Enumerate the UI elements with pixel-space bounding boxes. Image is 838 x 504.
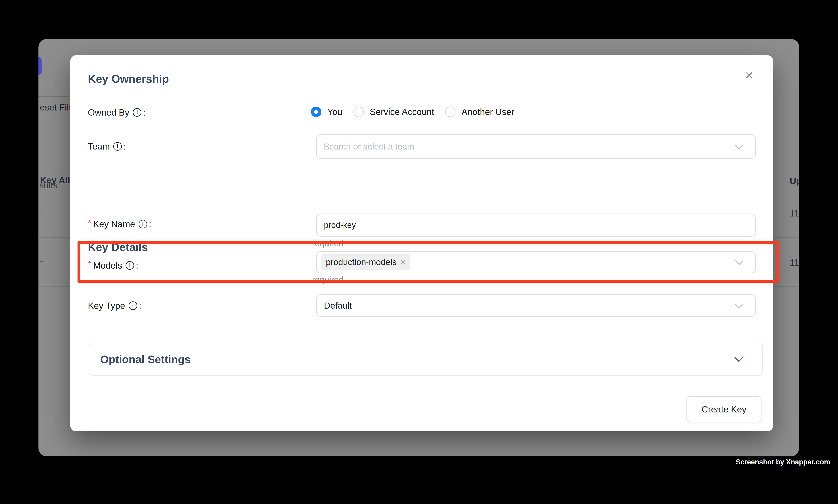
key-type-label-text: Key Type [88,301,125,311]
team-label: Team i : [88,141,126,152]
key-name-label-text: Key Name [93,219,135,229]
background-primary-button-fragment[interactable] [38,57,41,75]
optional-settings-panel[interactable]: Optional Settings [89,343,763,376]
label-colon: : [149,219,151,229]
radio-another-user[interactable] [445,107,456,117]
table-row-updated: 11/ [790,257,799,268]
key-name-input[interactable]: prod-key [316,214,755,237]
team-select[interactable]: Search or select a team [316,134,755,159]
table-row-key-alias: - [40,208,43,219]
close-icon[interactable]: ✕ [741,67,758,84]
radio-service-account-label[interactable]: Service Account [370,107,434,117]
chevron-down-icon [735,300,743,308]
red-annotation-box [77,241,779,283]
create-key-button[interactable]: Create Key [687,396,762,422]
watermark-text: Screenshot by Xnapper.com [736,458,830,466]
owned-by-radio-group: You Service Account Another User [311,106,525,118]
info-icon[interactable]: i [113,142,122,151]
section-title-key-ownership: Key Ownership [88,72,169,85]
radio-you-label[interactable]: You [327,107,342,117]
label-colon: : [143,107,145,118]
reset-filters-label: eset Filt [40,102,71,113]
chevron-down-icon [735,141,743,149]
label-colon: : [139,301,141,311]
required-asterisk: * [88,218,91,228]
column-header-key-alias: Key Alia [40,175,75,185]
table-row-updated: 11/ [790,208,799,219]
key-type-value: Default [324,301,352,311]
team-label-text: Team [88,141,110,152]
key-type-select[interactable]: Default [316,294,755,317]
owned-by-label-text: Owned By [88,107,129,118]
label-colon: : [123,141,126,152]
team-select-placeholder: Search or select a team [323,142,414,151]
table-row-key-alias: - [40,256,43,267]
key-name-value: prod-key [324,220,356,230]
radio-another-user-label[interactable]: Another User [461,107,514,117]
info-icon[interactable]: i [129,301,137,310]
info-icon[interactable]: i [139,220,147,228]
radio-service-account[interactable] [353,107,364,117]
key-name-label: * Key Name i : [88,218,151,230]
owned-by-label: Owned By i : [88,107,145,118]
column-header-updated: Up [790,176,799,186]
optional-settings-title: Optional Settings [100,353,191,366]
key-type-label: Key Type i : [88,300,141,311]
screenshot-canvas: eset Filt sults Key Alia Up - 11/ - 11/ … [0,0,838,504]
chevron-down-icon [734,353,743,362]
radio-you[interactable] [311,107,321,117]
info-icon[interactable]: i [133,108,141,117]
